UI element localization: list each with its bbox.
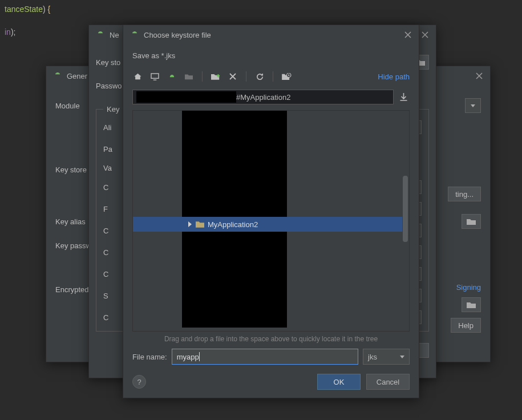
redacted-block — [182, 111, 287, 217]
close-icon[interactable] — [420, 30, 430, 40]
svg-point-1 — [286, 73, 290, 77]
filename-value: myapp — [177, 353, 199, 361]
signing-link[interactable]: Signing — [456, 283, 481, 292]
cert-label: C — [103, 227, 120, 235]
path-bar: #MyApplication2 — [132, 90, 410, 104]
expand-icon[interactable] — [188, 221, 192, 227]
file-toolbar: Hide path — [132, 69, 410, 84]
separator — [273, 71, 273, 82]
separator — [202, 71, 203, 82]
module-icon[interactable] — [184, 71, 194, 82]
titlebar: Choose keystore file — [123, 25, 419, 45]
help-button[interactable]: ? — [132, 375, 146, 389]
cancel-button[interactable]: Cancel — [366, 374, 410, 390]
existing-button[interactable]: ting... — [448, 187, 481, 201]
code-editor-bg: tanceState) { in); — [0, 0, 50, 41]
text-cursor — [199, 352, 200, 361]
key-legend: Key — [103, 105, 123, 114]
dialog-button-row: ? OK Cancel — [132, 370, 410, 390]
folder-button-2[interactable] — [462, 297, 481, 312]
android-icon — [53, 71, 62, 80]
dialog-title: Choose keystore file — [144, 31, 412, 39]
new-folder-icon[interactable] — [211, 71, 221, 82]
keypass-label: Pa — [103, 145, 120, 154]
svg-point-2 — [288, 74, 289, 75]
cert-label: S — [103, 292, 120, 300]
android-icon — [130, 30, 139, 39]
save-as-label: Save as *.jks — [132, 50, 410, 63]
home-icon[interactable] — [132, 71, 143, 82]
module-dropdown[interactable] — [465, 98, 481, 113]
separator — [246, 71, 246, 82]
folder-button[interactable] — [462, 214, 481, 229]
filename-input[interactable]: myapp — [172, 349, 358, 365]
project-icon[interactable] — [167, 71, 177, 82]
redacted-block — [182, 232, 287, 328]
close-icon[interactable] — [474, 71, 484, 81]
ok-button[interactable]: OK — [317, 374, 361, 390]
cert-label: C — [103, 313, 120, 322]
validity-label: Va — [103, 164, 120, 172]
folder-name: MyApplication2 — [208, 220, 258, 229]
cert-label: C — [103, 248, 120, 257]
choose-keystore-dialog: Choose keystore file Save as *.jks Hide … — [123, 25, 419, 398]
password-label: Passwo — [96, 82, 126, 90]
save-history-icon[interactable] — [397, 91, 410, 103]
close-icon[interactable] — [403, 30, 413, 40]
extension-value: jks — [368, 353, 377, 361]
cert-label: F — [103, 205, 120, 213]
file-tree[interactable]: MyApplication2 — [132, 110, 410, 332]
svg-rect-0 — [151, 73, 159, 78]
chevron-down-icon — [400, 356, 404, 358]
show-hidden-icon[interactable] — [281, 71, 292, 82]
tree-scrollbar[interactable] — [403, 176, 408, 242]
path-field[interactable]: #MyApplication2 — [132, 90, 394, 104]
filename-row: File name: myapp jks — [132, 349, 410, 365]
filename-label: File name: — [132, 353, 167, 361]
tree-selected-row[interactable]: MyApplication2 — [133, 217, 402, 232]
alias-label: Ali — [103, 123, 120, 132]
hide-path-link[interactable]: Hide path — [378, 72, 410, 81]
redacted-path — [136, 91, 236, 103]
extension-dropdown[interactable]: jks — [363, 349, 410, 365]
folder-icon — [196, 221, 204, 228]
drag-drop-hint: Drag and drop a file into the space abov… — [132, 335, 410, 343]
delete-icon[interactable] — [228, 71, 238, 82]
refresh-icon[interactable] — [254, 71, 265, 82]
keystore-label: Key sto — [96, 58, 126, 67]
cert-label: C — [103, 270, 120, 278]
path-suffix: #MyApplication2 — [236, 93, 290, 102]
desktop-icon[interactable] — [149, 71, 160, 82]
android-icon — [96, 30, 105, 39]
cert-label: C — [103, 183, 120, 192]
help-button[interactable]: Help — [451, 318, 481, 333]
